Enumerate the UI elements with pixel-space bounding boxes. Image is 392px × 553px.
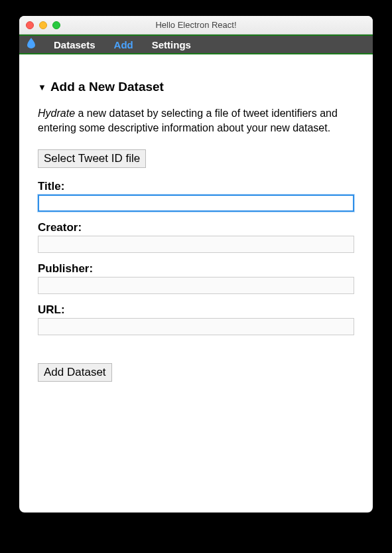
- field-creator: Creator:: [38, 221, 354, 253]
- menubar: Datasets Add Settings: [19, 35, 373, 54]
- select-file-button[interactable]: Select Tweet ID file: [38, 149, 146, 168]
- heading-text: Add a New Dataset: [50, 80, 164, 94]
- disclosure-triangle-icon[interactable]: ▼: [38, 82, 46, 92]
- menu-add[interactable]: Add: [114, 39, 133, 50]
- creator-label: Creator:: [38, 221, 354, 234]
- url-label: URL:: [38, 303, 354, 317]
- page-heading: ▼ Add a New Dataset: [38, 80, 354, 94]
- field-publisher: Publisher:: [38, 262, 354, 294]
- intro-text: Hydrate a new dataset by selecting a fil…: [38, 106, 354, 135]
- app-window: Hello Electron React! Datasets Add Setti…: [19, 16, 373, 513]
- field-url: URL:: [38, 303, 354, 335]
- content-area: ▼ Add a New Dataset Hydrate a new datase…: [19, 54, 373, 513]
- publisher-input[interactable]: [38, 277, 354, 294]
- add-dataset-button[interactable]: Add Dataset: [38, 363, 112, 382]
- menu-datasets[interactable]: Datasets: [54, 39, 96, 50]
- droplet-icon: [27, 38, 35, 52]
- title-label: Title:: [38, 180, 354, 193]
- intro-rest: a new dataset by selecting a file of twe…: [38, 108, 338, 133]
- creator-input[interactable]: [38, 236, 354, 253]
- menu-settings[interactable]: Settings: [152, 39, 191, 50]
- field-title: Title:: [38, 180, 354, 212]
- titlebar: Hello Electron React!: [19, 16, 373, 35]
- title-input[interactable]: [38, 195, 354, 212]
- publisher-label: Publisher:: [38, 262, 354, 276]
- window-title: Hello Electron React!: [19, 20, 373, 30]
- intro-emphasis: Hydrate: [38, 108, 75, 119]
- url-input[interactable]: [38, 318, 354, 335]
